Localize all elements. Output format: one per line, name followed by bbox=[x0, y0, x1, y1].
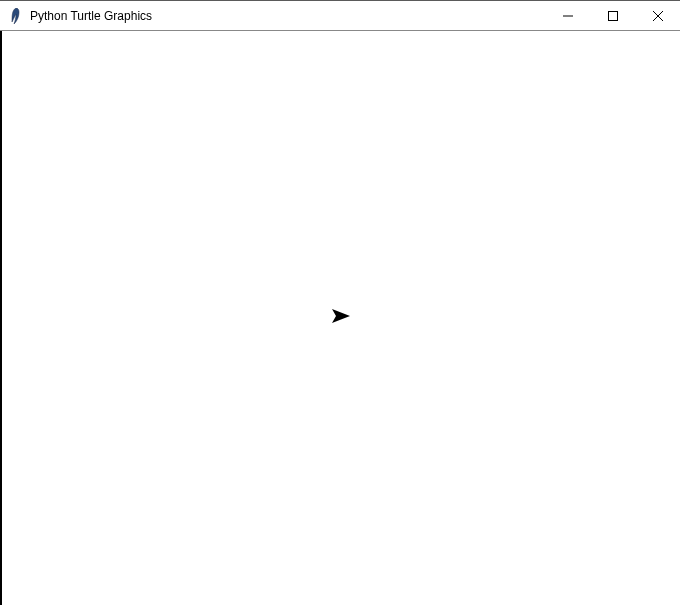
titlebar[interactable]: Python Turtle Graphics bbox=[0, 1, 680, 31]
window-controls bbox=[545, 1, 680, 30]
window-title: Python Turtle Graphics bbox=[30, 9, 152, 23]
turtle-arrow-icon bbox=[332, 309, 350, 323]
minimize-button[interactable] bbox=[545, 1, 590, 30]
svg-marker-4 bbox=[332, 309, 350, 323]
turtle-canvas bbox=[0, 31, 680, 605]
feather-icon bbox=[8, 8, 24, 24]
close-button[interactable] bbox=[635, 1, 680, 30]
turtle-cursor bbox=[332, 309, 350, 327]
maximize-button[interactable] bbox=[590, 1, 635, 30]
application-window: Python Turtle Graphics bbox=[0, 0, 680, 605]
svg-rect-1 bbox=[608, 11, 617, 20]
close-icon bbox=[653, 11, 663, 21]
maximize-icon bbox=[608, 11, 618, 21]
minimize-icon bbox=[563, 11, 573, 21]
